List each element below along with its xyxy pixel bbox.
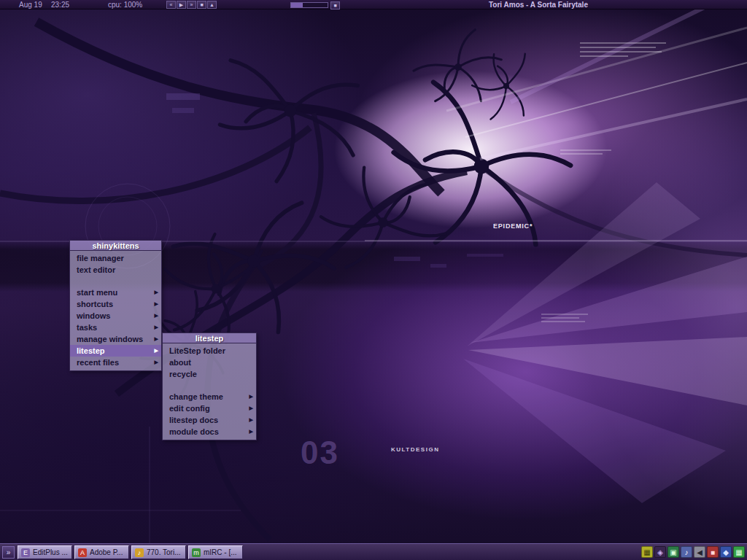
menu-item-label: about <box>169 358 191 367</box>
menu-item-label: litestep <box>77 346 105 355</box>
player-button-0[interactable]: « <box>166 1 176 9</box>
menu-item-label: file manager <box>77 254 124 262</box>
menu-item-tasks[interactable]: tasks▶ <box>70 322 161 333</box>
taskbar-task-770-tori[interactable]: ♪770. Tori... <box>131 545 186 559</box>
menu-item-text-editor[interactable]: text editor <box>70 264 161 276</box>
menu-item-label: start menu <box>77 288 117 297</box>
menu-item-label: recycle <box>169 370 197 378</box>
submenu-item-edit-config[interactable]: edit config▶ <box>163 402 256 414</box>
tray-icon-red[interactable]: ■ <box>707 546 719 558</box>
menu-item-label: tasks <box>77 323 97 332</box>
start-button[interactable]: » <box>2 546 15 559</box>
menu-item-label: manage windows <box>77 335 143 343</box>
submenu-arrow-icon: ▶ <box>155 345 158 357</box>
submenu-title: litestep <box>162 332 257 343</box>
desktop: EPIDEMIC* 03 KULTDESIGN Aug 19 23:25 cpu… <box>0 0 747 560</box>
player-button-1[interactable]: ▶ <box>177 1 186 9</box>
menu-item-shortcuts[interactable]: shortcuts▶ <box>70 298 161 310</box>
wallpaper-epidemic-text: EPIDEMIC* <box>493 222 533 230</box>
media-seek-group: ■ <box>290 0 341 9</box>
menu-item-start-menu[interactable]: start menu▶ <box>70 287 161 298</box>
now-playing-label: Tori Amos - A Sorta Fairytale <box>489 0 588 9</box>
submenu-arrow-icon: ▶ <box>155 357 158 368</box>
menu-item-label: edit config <box>169 404 210 413</box>
menu-item-label: recent files <box>77 358 119 367</box>
submenu-arrow-icon: ▶ <box>155 298 158 310</box>
task-list: EEditPlus ...AAdobe P...♪770. Tori...mmI… <box>18 545 243 559</box>
menu-title: shinykittens <box>69 240 162 251</box>
submenu-arrow-icon: ▶ <box>249 402 253 414</box>
taskbar-task-editplus[interactable]: EEditPlus ... <box>18 545 72 559</box>
task-label: 770. Tori... <box>147 548 181 556</box>
tray-icon-grid-green[interactable]: ▦ <box>733 546 745 558</box>
menu-gap <box>70 276 161 287</box>
submenu-arrow-icon: ▶ <box>249 391 253 402</box>
submenu-item-about[interactable]: about <box>163 357 256 368</box>
menu-items: file managertext editorstart menu▶shortc… <box>69 251 162 371</box>
taskbar-task-mirc[interactable]: mmIRC - [... <box>188 545 243 559</box>
player-button-4[interactable]: ▲ <box>207 1 217 9</box>
task-icon: E <box>21 548 30 557</box>
menu-item-windows[interactable]: windows▶ <box>70 310 161 322</box>
taskbar: » EEditPlus ...AAdobe P...♪770. Tori...m… <box>0 543 747 560</box>
player-button-3[interactable]: ■ <box>197 1 206 9</box>
menu-item-label: change theme <box>169 392 223 401</box>
submenu-gap <box>163 380 256 391</box>
task-icon: ♪ <box>135 548 144 557</box>
stop-button[interactable]: ■ <box>330 1 340 9</box>
menu-item-label: module docs <box>169 427 219 436</box>
clock-label: 23:25 <box>51 0 69 9</box>
player-button-2[interactable]: » <box>187 1 196 9</box>
seek-bar[interactable] <box>290 2 328 8</box>
submenu-item-module-docs[interactable]: module docs▶ <box>163 426 256 438</box>
wallpaper-number-text: 03 <box>301 435 339 471</box>
media-controls: «▶»■▲ <box>166 0 217 9</box>
taskbar-task-adobe-p[interactable]: AAdobe P... <box>74 545 129 559</box>
system-tray: ▦◈▣♪◀■◆▦ <box>641 546 745 558</box>
task-label: mIRC - [... <box>204 548 237 556</box>
submenu-arrow-icon: ▶ <box>155 333 158 345</box>
submenu-item-recycle[interactable]: recycle <box>163 368 256 380</box>
tray-icon-blue[interactable]: ◆ <box>720 546 732 558</box>
tray-icon-grid-yellow[interactable]: ▦ <box>641 546 653 558</box>
litestep-submenu: litestep LiteStep folderaboutrecyclechan… <box>162 332 257 440</box>
task-label: EditPlus ... <box>33 548 68 556</box>
tray-icon-player[interactable]: ♪ <box>681 546 692 558</box>
menu-item-recent-files[interactable]: recent files▶ <box>70 357 161 368</box>
submenu-item-litestep-docs[interactable]: litestep docs▶ <box>163 414 256 426</box>
submenu-arrow-icon: ▶ <box>155 322 158 333</box>
menu-item-label: litestep docs <box>169 416 218 424</box>
cpu-meter-label: cpu: 100% <box>108 0 142 9</box>
task-icon: m <box>192 548 201 557</box>
shinykittens-menu: shinykittens file managertext editorstar… <box>69 240 162 371</box>
date-label: Aug 19 <box>19 0 42 9</box>
task-icon: A <box>78 548 87 557</box>
top-bar: Aug 19 23:25 cpu: 100% «▶»■▲ ■ Tori Amos… <box>0 0 747 9</box>
submenu-item-litestep-folder[interactable]: LiteStep folder <box>163 345 256 357</box>
menu-item-label: shortcuts <box>77 300 113 308</box>
submenu-arrow-icon: ▶ <box>155 310 158 322</box>
menu-item-file-manager[interactable]: file manager <box>70 252 161 264</box>
tray-icon-speaker[interactable]: ◀ <box>694 546 705 558</box>
tray-icon-theme[interactable]: ◈ <box>654 546 666 558</box>
menu-item-label: text editor <box>77 265 115 274</box>
menu-item-manage-windows[interactable]: manage windows▶ <box>70 333 161 345</box>
menu-item-label: windows <box>77 311 110 320</box>
submenu-item-change-theme[interactable]: change theme▶ <box>163 391 256 402</box>
submenu-items: LiteStep folderaboutrecyclechange theme▶… <box>162 343 257 440</box>
tray-icon-green-box[interactable]: ▣ <box>667 546 679 558</box>
task-label: Adobe P... <box>90 548 123 556</box>
wallpaper-designer-text: KULTDESIGN <box>391 446 439 453</box>
menu-item-litestep[interactable]: litestep▶ <box>70 345 161 357</box>
submenu-arrow-icon: ▶ <box>249 426 253 438</box>
menu-item-label: LiteStep folder <box>169 346 225 355</box>
submenu-arrow-icon: ▶ <box>249 414 253 426</box>
seek-bar-fill <box>291 3 303 7</box>
submenu-arrow-icon: ▶ <box>155 287 158 298</box>
